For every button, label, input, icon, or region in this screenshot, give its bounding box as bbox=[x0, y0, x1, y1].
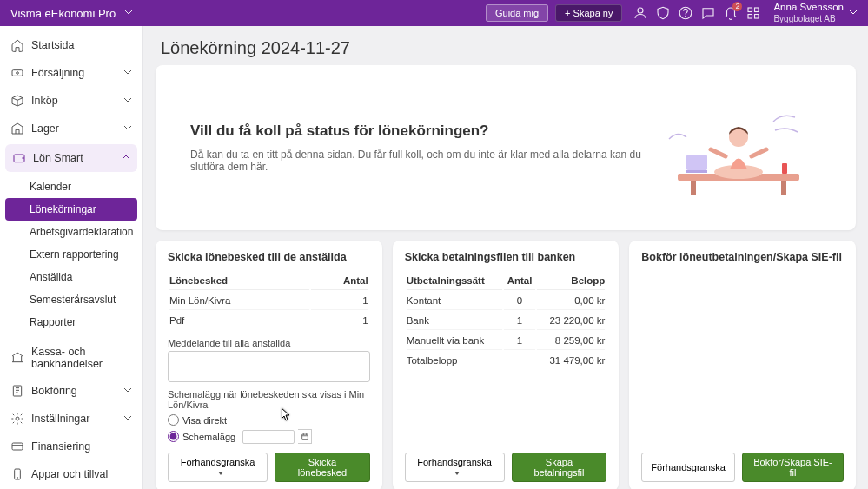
sidebar-sub-arbetsgivardeklaration[interactable]: Arbetsgivardeklaration bbox=[0, 221, 142, 243]
svg-rect-12 bbox=[12, 443, 23, 450]
card-icon bbox=[10, 439, 24, 453]
user-company: Byggbolaget AB bbox=[773, 14, 844, 24]
sidebar-item-startsida[interactable]: Startsida bbox=[0, 31, 142, 59]
chat-icon[interactable] bbox=[697, 2, 719, 24]
sidebar-item-lager[interactable]: Lager bbox=[0, 115, 142, 142]
meditation-illustration bbox=[656, 91, 821, 204]
sidebar-sub-kalender[interactable]: Kalender bbox=[0, 175, 142, 198]
sidebar-item-label: Appar och tillval bbox=[31, 468, 108, 480]
svg-rect-20 bbox=[686, 155, 707, 170]
sidebar-item-label: Lager bbox=[31, 122, 59, 135]
svg-rect-10 bbox=[13, 386, 21, 396]
svg-rect-16 bbox=[691, 181, 696, 195]
sidebar: Startsida Försäljning Inköp Lager Lön Sm… bbox=[0, 26, 143, 489]
sidebar-sub-lonekorningar[interactable]: Lönekörningar bbox=[5, 198, 137, 221]
svg-rect-4 bbox=[755, 8, 759, 12]
info-panel-title: Vill du få koll på status för lönekörnin… bbox=[190, 122, 656, 140]
sidebar-item-label: Bokföring bbox=[31, 385, 77, 397]
chevron-down-icon bbox=[123, 95, 132, 107]
chevron-down-icon[interactable] bbox=[124, 7, 133, 19]
bell-icon[interactable]: 2 bbox=[719, 2, 742, 24]
ledger-icon bbox=[10, 384, 24, 398]
schedule-label: Schemalägg när lönebeskeden ska visas i … bbox=[168, 389, 370, 410]
sidebar-item-bokforing[interactable]: Bokföring bbox=[0, 377, 142, 405]
bokfor-button[interactable]: Bokför/Skapa SIE-fil bbox=[742, 453, 844, 482]
card-send-payslips: Skicka lönebesked till de anställda Löne… bbox=[156, 241, 382, 489]
bank-icon bbox=[10, 351, 24, 365]
chevron-down-icon bbox=[123, 413, 132, 425]
sidebar-item-finansiering[interactable]: Finansiering bbox=[0, 433, 142, 460]
message-label: Meddelande till alla anställda bbox=[168, 338, 370, 348]
sidebar-sub-extern-rapportering[interactable]: Extern rapportering bbox=[0, 243, 142, 266]
card-title: Skicka betalningsfilen till banken bbox=[405, 251, 607, 263]
sidebar-sub-anstallda[interactable]: Anställda bbox=[0, 266, 142, 288]
sidebar-item-label: Startsida bbox=[31, 39, 74, 51]
notification-badge: 2 bbox=[732, 2, 742, 11]
create-button[interactable]: + Skapa ny bbox=[555, 4, 622, 22]
sidebar-item-appar[interactable]: Appar och tillval bbox=[0, 460, 142, 488]
col-antal: Antal bbox=[311, 272, 368, 290]
preview-button[interactable]: Förhandsgranska bbox=[168, 453, 268, 482]
guide-button[interactable]: Guida mig bbox=[486, 4, 548, 22]
row-label: Bank bbox=[407, 312, 503, 330]
sidebar-item-inkop[interactable]: Inköp bbox=[0, 87, 142, 115]
row-total-amount: 31 479,00 kr bbox=[537, 352, 606, 369]
sidebar-sub-rapporter[interactable]: Rapporter bbox=[0, 311, 142, 334]
create-payment-file-button[interactable]: Skapa betalningsfil bbox=[512, 453, 607, 482]
sidebar-item-forsaljning[interactable]: Försäljning bbox=[0, 59, 142, 87]
svg-point-0 bbox=[638, 8, 643, 13]
gear-icon bbox=[10, 412, 24, 426]
row-amount: 23 220,00 kr bbox=[537, 312, 606, 330]
chevron-down-icon bbox=[123, 385, 132, 397]
phone-icon bbox=[10, 467, 24, 481]
sidebar-item-installningar[interactable]: Inställningar bbox=[0, 405, 142, 433]
sidebar-item-label: Inköp bbox=[31, 95, 58, 107]
apps-icon[interactable] bbox=[742, 2, 765, 24]
svg-rect-23 bbox=[301, 434, 308, 439]
svg-point-8 bbox=[17, 72, 19, 75]
warehouse-icon bbox=[10, 122, 24, 135]
sidebar-item-kassa[interactable]: Kassa- och bankhändelser bbox=[0, 339, 142, 377]
sidebar-sub-semesterarsavslut[interactable]: Semesterårsavslut bbox=[0, 288, 142, 311]
sidebar-item-label: Försäljning bbox=[31, 67, 84, 79]
radio-visa-direkt[interactable]: Visa direkt bbox=[168, 414, 370, 426]
calendar-icon[interactable] bbox=[298, 429, 312, 444]
user-icon[interactable] bbox=[629, 2, 652, 24]
card-title: Bokför löneutbetalningen/Skapa SIE-fil bbox=[641, 251, 844, 263]
chevron-down-icon bbox=[123, 122, 132, 135]
svg-point-11 bbox=[16, 417, 19, 420]
col-belopp: Belopp bbox=[537, 272, 606, 290]
row-count: 1 bbox=[504, 332, 534, 350]
row-amount: 0,00 kr bbox=[537, 292, 606, 310]
info-panel-desc: Då kan du ta en titt på denna sidan. Du … bbox=[190, 149, 656, 173]
card-title: Skicka lönebesked till de anställda bbox=[168, 251, 370, 263]
preview-button[interactable]: Förhandsgranska bbox=[641, 453, 735, 482]
svg-point-2 bbox=[686, 16, 686, 17]
svg-rect-17 bbox=[781, 181, 786, 195]
row-count: 1 bbox=[504, 312, 534, 330]
sidebar-item-lon-smart[interactable]: Lön Smart bbox=[5, 144, 137, 172]
user-menu-caret-icon[interactable] bbox=[849, 7, 858, 19]
schedule-date-input[interactable] bbox=[242, 430, 295, 444]
radio-schemalagg[interactable]: Schemalägg bbox=[168, 429, 370, 444]
sidebar-item-label: Kassa- och bankhändelser bbox=[31, 346, 132, 370]
svg-rect-21 bbox=[686, 170, 707, 173]
row-count: 0 bbox=[504, 292, 534, 310]
shield-icon[interactable] bbox=[652, 2, 674, 24]
message-input[interactable] bbox=[168, 351, 370, 382]
box-icon bbox=[10, 94, 24, 108]
cash-icon bbox=[10, 66, 24, 80]
svg-rect-7 bbox=[12, 70, 23, 76]
preview-button[interactable]: Förhandsgranska bbox=[405, 453, 505, 482]
row-value: 1 bbox=[311, 292, 368, 310]
svg-rect-6 bbox=[755, 15, 759, 19]
svg-rect-3 bbox=[748, 8, 752, 12]
chevron-down-icon bbox=[123, 67, 132, 79]
page-title: Lönekörning 2024-11-27 bbox=[143, 26, 868, 65]
svg-rect-5 bbox=[748, 15, 752, 19]
user-menu[interactable]: Anna Svensson Byggbolaget AB bbox=[773, 2, 844, 24]
help-icon[interactable] bbox=[674, 2, 697, 24]
row-label: Kontant bbox=[407, 292, 503, 310]
card-send-payment-file: Skicka betalningsfilen till banken Utbet… bbox=[393, 241, 620, 489]
send-payslips-button[interactable]: Skicka lönebesked bbox=[275, 453, 370, 482]
